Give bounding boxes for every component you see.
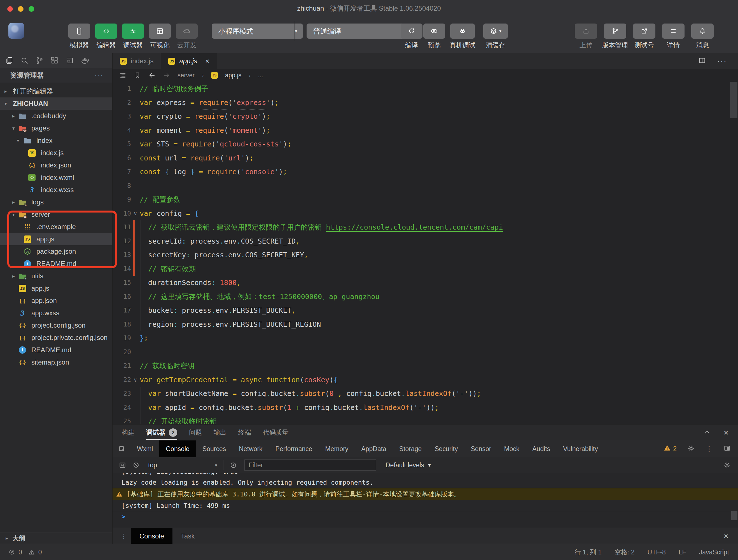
mode-select[interactable]: 小程序模式 ▾ [212, 23, 303, 39]
compile-mode-select[interactable]: 普通编译 ▾ [307, 23, 412, 39]
console-context-select[interactable]: top ▼ [148, 462, 218, 469]
console-scrollbar-thumb[interactable] [731, 511, 737, 520]
toolbar-button-调试器[interactable]: 调试器 [122, 23, 144, 50]
tree-item-server[interactable]: ▾≣server [0, 208, 112, 221]
panel-tab-构建[interactable]: 构建 [121, 425, 134, 441]
devtools-settings-icon[interactable] [687, 445, 695, 453]
bottom-tab-Console[interactable]: Console [131, 528, 172, 544]
toolbar-button-消息[interactable]: 消息 [691, 23, 714, 50]
tree-item-README.md[interactable]: iREADME.md [0, 344, 112, 356]
devtools-tab-Wxml[interactable]: Wxml [130, 441, 159, 457]
tree-item-.env.example[interactable]: .env.example [0, 221, 112, 233]
navigate-back-icon[interactable] [148, 72, 156, 79]
tree-item-index.json[interactable]: {..}index.json [0, 159, 112, 171]
tree-item-package.json[interactable]: JSpackage.json [0, 245, 112, 258]
toolbar-button-编辑器[interactable]: 编辑器 [95, 23, 117, 50]
tree-item-project.private.config.json[interactable]: {..}project.private.config.json [0, 331, 112, 344]
toolbar-button-真机调试[interactable]: 真机调试 [448, 23, 477, 50]
tree-item-README.md[interactable]: iREADME.md [0, 258, 112, 270]
panel-tab-调试器[interactable]: 调试器2 [146, 425, 177, 441]
eye-icon[interactable] [230, 462, 237, 469]
breadcrumb-file[interactable]: app.js [225, 72, 242, 79]
inspect-element-icon[interactable] [118, 445, 126, 453]
tree-item-app.json[interactable]: {..}app.json [0, 295, 112, 307]
status-item[interactable]: 空格: 2 [615, 548, 635, 557]
status-item[interactable]: UTF-8 [648, 549, 666, 556]
devtools-tab-Sources[interactable]: Sources [196, 441, 232, 457]
toolbar-button-清缓存[interactable]: ▾清缓存 [481, 23, 510, 50]
tree-item-utils[interactable]: ▸+utils [0, 270, 112, 282]
panel-tab-终端[interactable]: 终端 [238, 425, 251, 441]
tree-item-sitemap.json[interactable]: {..}sitemap.json [0, 356, 112, 368]
devtools-tab-Network[interactable]: Network [232, 441, 269, 457]
editor-scrollbar-thumb[interactable] [730, 82, 737, 118]
more-actions-icon[interactable]: ··· [717, 56, 727, 65]
console-filter-input[interactable] [245, 460, 376, 471]
tree-item-index.wxss[interactable]: 3index.wxss [0, 184, 112, 196]
devtools-tab-Console[interactable]: Console [159, 441, 196, 457]
warning-count-badge[interactable]: 2 [664, 444, 677, 453]
window-icon[interactable] [65, 56, 74, 65]
navigate-forward-icon[interactable] [163, 72, 170, 79]
status-item[interactable]: LF [679, 549, 686, 556]
close-panel-icon[interactable]: × [723, 428, 728, 438]
extensions-icon[interactable] [50, 56, 59, 65]
tree-item-index[interactable]: ▾index [0, 134, 112, 147]
tree-item-app.js[interactable]: JSapp.js [0, 233, 112, 245]
devtools-tab-Storage[interactable]: Storage [393, 441, 428, 457]
code-editor[interactable]: 1// 临时密钥服务例子2var express = require('expr… [112, 82, 738, 424]
devtools-tab-Security[interactable]: Security [428, 441, 464, 457]
bottom-tab-Task[interactable]: Task [172, 528, 203, 544]
console-row-prompt[interactable]: > [112, 511, 738, 522]
panel-tab-输出[interactable]: 输出 [214, 425, 227, 441]
editor-tab-index.js[interactable]: JSindex.js [112, 53, 161, 69]
problems-status[interactable]: 0 0 [0, 549, 42, 556]
toolbar-button-上传[interactable]: 上传 [575, 23, 598, 50]
fold-icon[interactable]: ∨ [131, 207, 140, 221]
status-item[interactable]: 行 1, 列 1 [575, 548, 602, 557]
bookmark-icon[interactable] [134, 72, 141, 79]
tree-item-index.js[interactable]: JSindex.js [0, 147, 112, 159]
toolbar-button-编译[interactable]: 编译 [401, 23, 422, 50]
devtools-tab-Sensor[interactable]: Sensor [464, 441, 498, 457]
tree-item-project.config.json[interactable]: {..}project.config.json [0, 319, 112, 331]
devtools-tab-Memory[interactable]: Memory [319, 441, 355, 457]
toolbar-button-云开发[interactable]: 云开发 [176, 23, 198, 50]
kebab-menu-icon[interactable]: ⋮ [706, 445, 713, 453]
collapse-panel-icon[interactable] [703, 428, 711, 437]
toolbar-button-模拟器[interactable]: 模拟器 [68, 23, 90, 50]
files-icon[interactable] [5, 56, 13, 65]
toolbar-button-预览[interactable]: 预览 [423, 23, 445, 50]
panel-tab-问题[interactable]: 问题 [189, 425, 202, 441]
console-settings-icon[interactable] [723, 462, 731, 469]
fold-icon[interactable]: ∨ [131, 373, 140, 387]
user-avatar[interactable] [8, 23, 24, 39]
tree-item-app.js[interactable]: JSapp.js [0, 282, 112, 295]
expand-console-icon[interactable] [119, 462, 126, 469]
outline-section[interactable]: ▸ 大纲 [0, 533, 112, 544]
toolbar-button-可视化[interactable]: 可视化 [149, 23, 171, 50]
devtools-tab-AppData[interactable]: AppData [355, 441, 393, 457]
tree-item-pages[interactable]: ▾<>pages [0, 122, 112, 134]
toolbar-button-测试号[interactable]: 测试号 [633, 23, 656, 50]
close-tab-icon[interactable]: × [205, 57, 209, 65]
breadcrumb-folder[interactable]: server [177, 72, 195, 79]
devtools-tab-Performance[interactable]: Performance [269, 441, 319, 457]
tree-item-app.wxss[interactable]: 3app.wxss [0, 307, 112, 319]
toolbar-button-版本管理[interactable]: 版本管理 [604, 23, 627, 50]
explorer-more-button[interactable]: ··· [95, 71, 103, 79]
editor-tab-app.js[interactable]: JSapp.js× [161, 53, 217, 69]
panel-tab-代码质量[interactable]: 代码质量 [263, 425, 289, 441]
log-levels-select[interactable]: Default levels ▼ [386, 462, 432, 469]
toolbar-button-详情[interactable]: 详情 [662, 23, 685, 50]
outline-list-icon[interactable] [119, 72, 126, 79]
close-bottom-panel-icon[interactable]: × [723, 531, 728, 541]
tree-item-logs[interactable]: ▸≡logs [0, 196, 112, 208]
search-icon[interactable] [20, 56, 29, 65]
branch-icon[interactable] [35, 56, 44, 65]
devtools-tab-Audits[interactable]: Audits [526, 441, 557, 457]
tree-item-ZHICHUAN[interactable]: ▾ZHICHUAN [0, 97, 112, 110]
docker-icon[interactable] [81, 56, 89, 65]
breadcrumb-symbol[interactable]: ... [258, 72, 263, 79]
tree-item-.codebuddy[interactable]: ▸.codebuddy [0, 110, 112, 122]
